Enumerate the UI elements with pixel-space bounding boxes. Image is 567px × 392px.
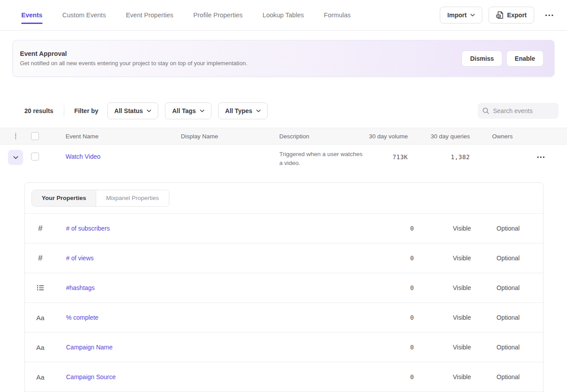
search-icon	[482, 107, 489, 114]
tab-your-properties[interactable]: Your Properties	[32, 190, 96, 206]
property-value: 0	[322, 284, 414, 291]
types-filter-dropdown[interactable]: All Types	[218, 102, 268, 119]
text-type-icon: Aa	[36, 373, 44, 381]
tab-events[interactable]: Events	[21, 0, 43, 30]
event-description: Triggered when a user watches a video.	[279, 150, 364, 168]
property-value: 0	[322, 344, 414, 351]
search-events-input[interactable]	[493, 107, 554, 114]
event-30-day-volume: 713K	[364, 153, 408, 161]
property-row: Aa Campaign Name 0 Visible Optional	[25, 333, 543, 362]
svg-text:csv: csv	[497, 15, 500, 17]
text-type-icon: Aa	[36, 344, 44, 351]
property-value: 0	[322, 225, 414, 232]
tab-formulas[interactable]: Formulas	[324, 0, 351, 30]
more-options-button[interactable]	[542, 12, 556, 18]
number-type-icon: #	[38, 254, 43, 263]
chevron-down-icon	[256, 110, 261, 112]
property-name-link[interactable]: # of views	[56, 255, 322, 262]
text-type-icon: Aa	[36, 314, 44, 321]
enable-button[interactable]: Enable	[506, 51, 544, 67]
property-name-link[interactable]: #hashtags	[56, 284, 322, 291]
banner-title: Event Approval	[20, 50, 247, 57]
row-actions-button[interactable]	[534, 154, 547, 160]
events-table-header: ↓↑ Event Name Display Name Description 3…	[0, 128, 567, 145]
csv-file-icon: csv	[496, 11, 504, 19]
property-requirement: Optional	[497, 373, 519, 380]
column-description: Description	[279, 133, 364, 140]
event-name-link[interactable]: Watch Video	[66, 153, 101, 160]
property-value: 0	[322, 314, 414, 321]
property-row: #hashtags 0 Visible Optional	[25, 273, 543, 303]
property-visibility: Visible	[427, 255, 497, 262]
property-row: Aa % complete 0 Visible Optional	[25, 303, 543, 333]
property-row: # # of views 0 Visible Optional	[25, 243, 543, 273]
column-display-name: Display Name	[181, 133, 279, 140]
property-requirement: Optional	[497, 314, 519, 321]
tab-mixpanel-properties[interactable]: Mixpanel Properties	[96, 190, 168, 206]
column-30-day-queries: 30 day queries	[408, 133, 470, 140]
column-event-name: Event Name	[39, 133, 181, 140]
chevron-down-icon	[13, 156, 18, 159]
property-name-link[interactable]: Campaign Source	[56, 373, 322, 380]
more-ellipsis-icon	[537, 156, 545, 158]
results-count: 20 results	[24, 107, 53, 114]
property-value: 0	[322, 373, 414, 380]
export-button[interactable]: csv Export	[489, 7, 534, 24]
chevron-down-icon	[200, 110, 204, 112]
dismiss-button[interactable]: Dismiss	[461, 51, 502, 67]
collapse-all-icon[interactable]: ↓↑	[14, 132, 17, 140]
properties-tabbar: Your Properties Mixpanel Properties	[25, 183, 543, 214]
banner-text: Event Approval Get notified on all new e…	[20, 50, 247, 67]
collapse-row-button[interactable]	[8, 150, 23, 165]
property-value: 0	[322, 255, 414, 262]
property-requirement: Optional	[497, 255, 519, 262]
more-ellipsis-icon	[545, 14, 554, 16]
event-approval-banner: Event Approval Get notified on all new e…	[12, 40, 555, 77]
column-owners: Owners	[470, 133, 523, 140]
property-visibility: Visible	[427, 284, 497, 291]
list-type-icon	[37, 285, 44, 291]
property-name-link[interactable]: # of subscribers	[56, 225, 322, 232]
filter-by-label: Filter by	[74, 107, 98, 114]
select-row-checkbox[interactable]	[31, 153, 39, 161]
property-visibility: Visible	[427, 373, 497, 380]
banner-description: Get notified on all new events entering …	[20, 60, 247, 67]
tab-lookup-tables[interactable]: Lookup Tables	[262, 0, 304, 30]
tab-custom-events[interactable]: Custom Events	[63, 0, 106, 30]
search-events-box[interactable]	[478, 103, 559, 119]
table-row-watch-video: Watch Video Triggered when a user watche…	[0, 145, 567, 182]
number-type-icon: #	[38, 224, 43, 233]
divider	[64, 105, 64, 117]
property-name-link[interactable]: % complete	[56, 314, 322, 321]
import-button[interactable]: Import	[440, 7, 482, 24]
status-filter-label: All Status	[114, 107, 143, 114]
select-all-checkbox[interactable]	[31, 132, 39, 140]
property-requirement: Optional	[497, 284, 519, 291]
property-row: Aa Campaign Source 0 Visible Optional	[25, 362, 543, 392]
top-navigation: Events Custom Events Event Properties Pr…	[0, 0, 567, 31]
tags-filter-label: All Tags	[172, 107, 196, 114]
property-requirement: Optional	[497, 344, 519, 351]
filter-toolbar: 20 results Filter by All Status All Tags…	[0, 102, 567, 120]
export-button-label: Export	[507, 12, 527, 19]
import-button-label: Import	[447, 12, 467, 19]
lexicon-tabs: Events Custom Events Event Properties Pr…	[21, 0, 351, 30]
types-filter-label: All Types	[225, 107, 252, 114]
property-requirement: Optional	[497, 225, 519, 232]
property-row: # # of subscribers 0 Visible Optional	[25, 214, 543, 243]
status-filter-dropdown[interactable]: All Status	[107, 102, 159, 119]
property-name-link[interactable]: Campaign Name	[56, 344, 322, 351]
event-30-day-queries: 1,382	[408, 153, 470, 161]
tab-event-properties[interactable]: Event Properties	[126, 0, 173, 30]
tags-filter-dropdown[interactable]: All Tags	[165, 102, 211, 119]
property-visibility: Visible	[427, 314, 497, 321]
event-properties-panel: Your Properties Mixpanel Properties # # …	[24, 182, 544, 392]
chevron-down-icon	[470, 14, 475, 16]
column-30-day-volume: 30 day volume	[364, 133, 408, 140]
chevron-down-icon	[147, 110, 151, 112]
property-visibility: Visible	[427, 344, 497, 351]
tab-profile-properties[interactable]: Profile Properties	[193, 0, 242, 30]
property-visibility: Visible	[427, 225, 497, 232]
